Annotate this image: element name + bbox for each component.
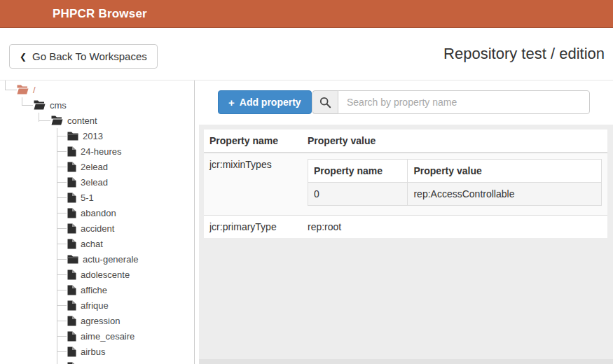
file-icon xyxy=(67,146,76,157)
content-row: / cms content 2013 24-heures 2elead 3ele… xyxy=(0,80,613,364)
tree-node-label: / xyxy=(33,85,36,95)
tree-node-label: airbus xyxy=(81,346,105,357)
search-input[interactable] xyxy=(338,90,590,114)
open-folder-icon xyxy=(51,115,63,125)
file-icon xyxy=(67,239,76,249)
tree-node-label: afrique xyxy=(81,300,109,311)
tree-node-root[interactable]: / xyxy=(0,82,194,97)
subheader: ❮ Go Back To Workspaces Repository test … xyxy=(0,28,613,80)
folder-icon xyxy=(67,132,78,141)
plus-icon: + xyxy=(228,97,235,108)
nested-column-header-name: Property name xyxy=(308,160,408,183)
app-brand: PHPCR Browser xyxy=(53,0,147,28)
file-icon xyxy=(67,316,76,326)
folder-icon xyxy=(67,255,78,264)
properties-table-container: Property name Property value jcr:mixinTy… xyxy=(199,125,613,364)
file-icon xyxy=(67,162,76,172)
tree-node-label: cms xyxy=(50,100,67,111)
app-header: PHPCR Browser xyxy=(0,0,613,28)
tree-node-cms[interactable]: cms xyxy=(0,97,194,113)
tree-node-label: 3elead xyxy=(81,177,108,188)
nested-table-header-row: Property name Property value xyxy=(308,160,602,183)
search-icon xyxy=(319,97,331,108)
tree-node-label: 2013 xyxy=(83,131,103,141)
file-icon xyxy=(67,362,76,364)
tree-node[interactable]: actu-generale xyxy=(0,251,194,267)
open-folder-icon xyxy=(34,100,46,110)
file-icon xyxy=(67,192,76,203)
node-tree-panel: / cms content 2013 24-heures 2elead 3ele… xyxy=(0,80,195,364)
column-header-property-name: Property name xyxy=(204,130,302,153)
tree-node[interactable]: 2013 xyxy=(0,128,194,144)
tree-node-label: aime_cesaire xyxy=(81,331,135,342)
tree-node-label: 2elead xyxy=(81,162,108,172)
file-icon xyxy=(67,223,76,234)
tree-node-label: content xyxy=(67,115,97,126)
tree-node-label: accident xyxy=(81,223,114,234)
tree-node-content[interactable]: content xyxy=(0,113,194,128)
property-name-cell: jcr:mixinTypes xyxy=(204,153,302,216)
properties-panel: + Add property Property name Property va… xyxy=(195,80,613,364)
file-icon xyxy=(67,346,76,357)
page-title: Repository test / edition xyxy=(443,45,605,63)
tree-node[interactable]: adolescente xyxy=(0,267,194,282)
column-header-property-value: Property value xyxy=(302,130,607,153)
properties-table-wrap: Property name Property value jcr:mixinTy… xyxy=(204,130,607,238)
property-search-group xyxy=(312,90,590,114)
tree-node[interactable]: achat xyxy=(0,236,194,251)
file-icon xyxy=(67,177,76,188)
go-back-label: Go Back To Workspaces xyxy=(32,50,147,62)
file-icon xyxy=(67,331,76,342)
nested-value-table: Property name Property value 0 rep:Acces… xyxy=(308,159,602,206)
property-value-cell: rep:root xyxy=(302,216,607,239)
tree-node-label: abandon xyxy=(81,208,116,218)
tree-node[interactable]: 5-1 xyxy=(0,190,194,205)
nested-name-cell: 0 xyxy=(308,183,408,206)
add-property-button[interactable]: + Add property xyxy=(218,90,312,114)
tree-node[interactable]: 2elead xyxy=(0,159,194,174)
tree-node[interactable]: affiche xyxy=(0,282,194,298)
go-back-button[interactable]: ❮ Go Back To Workspaces xyxy=(9,44,158,69)
tree-node-label: 5-1 xyxy=(81,192,94,203)
file-icon xyxy=(67,285,76,295)
property-row-primarytype: jcr:primaryType rep:root xyxy=(204,216,607,239)
properties-table-header-row: Property name Property value xyxy=(204,130,607,153)
nested-value-row: 0 rep:AccessControllable xyxy=(308,183,602,206)
nested-column-header-value: Property value xyxy=(408,160,602,183)
tree-node[interactable]: accident xyxy=(0,220,194,236)
tree-node[interactable]: 24-heures xyxy=(0,144,194,159)
property-row-mixintypes: jcr:mixinTypes Property name Property va… xyxy=(204,153,607,216)
tree-node-label: achat xyxy=(81,239,103,249)
tree-node[interactable]: aime_cesaire xyxy=(0,328,194,344)
tree-node-partial[interactable] xyxy=(0,359,194,364)
tree-node[interactable]: airbus xyxy=(0,344,194,359)
tree-node-label: actu-generale xyxy=(83,254,139,265)
tree-node[interactable]: 3elead xyxy=(0,174,194,190)
tree-node-label: 24-heures xyxy=(81,146,122,157)
property-value-cell: Property name Property value 0 rep:Acces… xyxy=(302,153,607,216)
tree-node-label: adolescente xyxy=(81,270,130,280)
back-chevron-icon: ❮ xyxy=(20,52,27,62)
search-addon xyxy=(312,90,338,114)
nested-value-cell: rep:AccessControllable xyxy=(408,183,602,206)
tree-node-label: agression xyxy=(81,316,120,326)
tree-node[interactable]: afrique xyxy=(0,298,194,313)
tree-node[interactable]: abandon xyxy=(0,205,194,220)
tree-node[interactable]: agression xyxy=(0,313,194,328)
file-icon xyxy=(67,208,76,218)
file-icon xyxy=(67,300,76,311)
property-name-cell: jcr:primaryType xyxy=(204,216,302,239)
open-folder-icon xyxy=(17,85,29,94)
properties-table: Property name Property value jcr:mixinTy… xyxy=(204,130,607,238)
add-property-label: Add property xyxy=(240,97,301,108)
tree-node-label: affiche xyxy=(81,285,107,295)
file-icon xyxy=(67,270,76,280)
